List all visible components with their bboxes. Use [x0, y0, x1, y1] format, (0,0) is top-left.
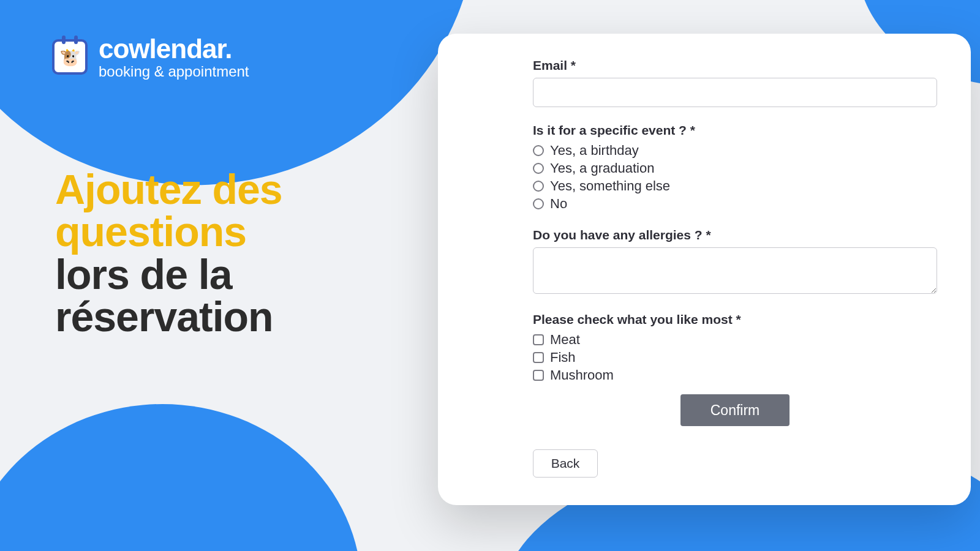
- option-label: No: [550, 196, 567, 212]
- likes-option-fish[interactable]: Fish: [533, 350, 937, 365]
- radio-icon: [533, 145, 544, 156]
- brand-logo: 🐮 cowlendar. booking & appointment: [52, 34, 249, 80]
- booking-form-card: Email * Is it for a specific event ? * Y…: [438, 34, 971, 505]
- event-group: Is it for a specific event ? * Yes, a bi…: [533, 123, 937, 212]
- radio-icon: [533, 163, 544, 174]
- headline-highlight: Ajoutez des questions: [55, 166, 282, 255]
- option-label: Mushroom: [550, 367, 614, 383]
- option-label: Yes, a birthday: [550, 143, 639, 159]
- email-label: Email *: [533, 58, 937, 73]
- option-label: Meat: [550, 332, 580, 348]
- radio-icon: [533, 198, 544, 209]
- event-label: Is it for a specific event ? *: [533, 123, 937, 138]
- checkbox-icon: [533, 334, 544, 345]
- brand-tagline: booking & appointment: [99, 63, 249, 80]
- event-option-no[interactable]: No: [533, 196, 937, 212]
- marketing-headline: Ajoutez des questions lors de la réserva…: [55, 168, 361, 338]
- event-option-something-else[interactable]: Yes, something else: [533, 178, 937, 194]
- cow-face-icon: 🐮: [59, 47, 81, 67]
- option-label: Fish: [550, 350, 576, 365]
- event-option-birthday[interactable]: Yes, a birthday: [533, 143, 937, 159]
- checkbox-icon: [533, 370, 544, 381]
- checkbox-icon: [533, 352, 544, 363]
- back-button[interactable]: Back: [533, 449, 598, 478]
- brand-title-prefix: cow: [99, 34, 149, 64]
- brand-title: cowlendar.: [99, 34, 249, 64]
- likes-group: Please check what you like most * Meat F…: [533, 312, 937, 383]
- email-input[interactable]: [533, 78, 937, 107]
- likes-option-meat[interactable]: Meat: [533, 332, 937, 348]
- allergies-group: Do you have any allergies ? *: [533, 228, 937, 296]
- allergies-textarea[interactable]: [533, 247, 937, 294]
- confirm-button[interactable]: Confirm: [680, 394, 790, 426]
- likes-option-mushroom[interactable]: Mushroom: [533, 367, 937, 383]
- headline-line-1: lors de la: [55, 251, 232, 298]
- likes-label: Please check what you like most *: [533, 312, 937, 327]
- brand-text: cowlendar. booking & appointment: [99, 34, 249, 80]
- decor-blob-bottom-left: [0, 404, 361, 551]
- brand-title-suffix: lendar.: [149, 34, 232, 64]
- calendar-cow-icon: 🐮: [52, 39, 88, 75]
- allergies-label: Do you have any allergies ? *: [533, 228, 937, 242]
- event-option-graduation[interactable]: Yes, a graduation: [533, 160, 937, 176]
- option-label: Yes, something else: [550, 178, 670, 194]
- email-group: Email *: [533, 58, 937, 107]
- radio-icon: [533, 181, 544, 192]
- headline-line-2: réservation: [55, 293, 273, 340]
- booking-form: Email * Is it for a specific event ? * Y…: [533, 58, 937, 478]
- option-label: Yes, a graduation: [550, 160, 654, 176]
